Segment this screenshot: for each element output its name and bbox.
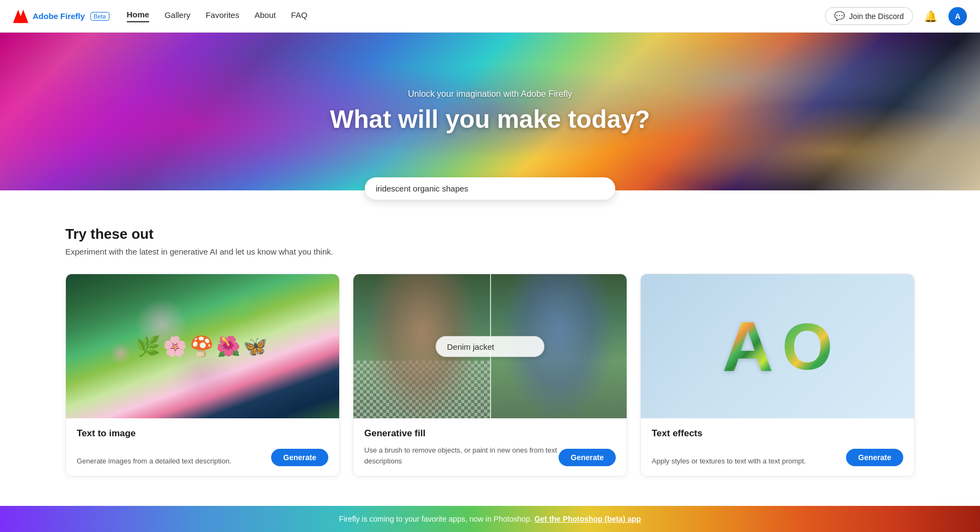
cards-grid: Text to image Generate images from a det… — [65, 274, 915, 477]
nav-link-about[interactable]: About — [254, 10, 275, 22]
nav-link-faq[interactable]: FAQ — [291, 10, 308, 22]
search-bar — [365, 177, 615, 200]
hero-title: What will you make today? — [330, 104, 650, 134]
search-input[interactable] — [376, 184, 604, 193]
generative-fill-overlay-input[interactable]: Denim jacket — [436, 336, 544, 357]
nav-link-home[interactable]: Home — [127, 10, 150, 22]
bell-icon: 🔔 — [924, 10, 938, 22]
app-badge: Beta — [90, 12, 109, 21]
discord-button[interactable]: 💬 Join the Discord — [825, 7, 913, 25]
avatar[interactable]: A — [948, 7, 967, 26]
notifications-button[interactable]: 🔔 — [922, 8, 940, 25]
hero-content: Unlock your imagination with Adobe Firef… — [330, 89, 650, 134]
card-text-to-image-footer: Generate images from a detailed text des… — [77, 442, 328, 466]
navigation: Adobe Firefly Beta Home Gallery Favorite… — [0, 0, 980, 33]
card-generative-fill-image: Denim jacket — [353, 274, 627, 418]
card-text-effects-desc: Apply styles or textures to text with a … — [652, 456, 806, 467]
card-text-effects-letters: A O — [641, 274, 914, 418]
letter-a: A — [722, 311, 773, 382]
card-text-effects-body: Text effects Apply styles or textures to… — [641, 418, 914, 476]
main-section: Try these out Experiment with the latest… — [0, 200, 980, 494]
card-text-to-image: Text to image Generate images from a det… — [65, 274, 340, 477]
card-generative-fill: Denim jacket Generative fill Use a brush… — [353, 274, 627, 477]
card-generative-fill-desc: Use a brush to remove objects, or paint … — [364, 445, 559, 466]
letter-o: O — [782, 309, 832, 384]
section-description: Experiment with the latest in generative… — [65, 247, 915, 256]
card-text-to-image-title: Text to image — [77, 428, 328, 439]
avatar-letter: A — [955, 12, 960, 21]
adobe-logo-icon — [13, 9, 28, 24]
card-generative-fill-footer: Use a brush to remove objects, or paint … — [364, 442, 616, 466]
card-text-effects: A O Text effects Apply styles or texture… — [640, 274, 915, 477]
hero-banner: Unlock your imagination with Adobe Firef… — [0, 33, 980, 190]
search-container — [0, 177, 980, 200]
card-generative-fill-generate-button[interactable]: Generate — [559, 449, 616, 466]
card-generative-fill-title: Generative fill — [364, 428, 616, 439]
nav-right: 💬 Join the Discord 🔔 A — [825, 7, 967, 26]
card-text-to-image-generate-button[interactable]: Generate — [271, 449, 328, 466]
card-text-effects-footer: Apply styles or textures to text with a … — [652, 442, 903, 466]
app-logo[interactable]: Adobe Firefly Beta — [13, 9, 109, 24]
discord-icon: 💬 — [834, 11, 845, 21]
hero-subtitle: Unlock your imagination with Adobe Firef… — [330, 89, 650, 99]
nav-link-favorites[interactable]: Favorites — [206, 10, 240, 22]
card-text-to-image-desc: Generate images from a detailed text des… — [77, 456, 231, 467]
checkerboard-pattern — [353, 361, 490, 418]
card-text-effects-title: Text effects — [652, 428, 903, 439]
nav-links: Home Gallery Favorites About FAQ — [127, 10, 825, 22]
card-generative-fill-body: Generative fill Use a brush to remove ob… — [353, 418, 627, 476]
section-title: Try these out — [65, 226, 915, 243]
discord-label: Join the Discord — [849, 12, 904, 21]
card-text-effects-image: A O — [641, 274, 914, 418]
card-text-effects-generate-button[interactable]: Generate — [846, 449, 903, 466]
app-name: Adobe Firefly — [33, 11, 85, 21]
card-text-to-image-image — [66, 274, 339, 418]
nav-link-gallery[interactable]: Gallery — [164, 10, 191, 22]
card-text-to-image-body: Text to image Generate images from a det… — [66, 418, 339, 476]
